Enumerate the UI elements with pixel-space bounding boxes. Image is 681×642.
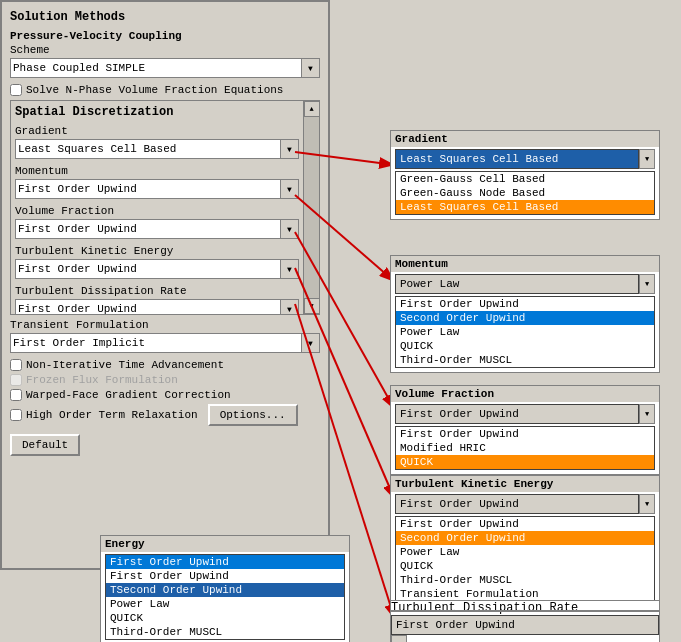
warped-face-row: Warped-Face Gradient Correction (10, 389, 320, 401)
gradient-panel-title: Gradient (391, 131, 659, 147)
momentum-arrow[interactable]: ▼ (281, 179, 299, 199)
volume-fraction-dropdown: First Order Upwind ▼ (15, 219, 299, 239)
turbulent-dr-full-panel: Turbulent Dissipation Rate First Order U… (390, 600, 660, 642)
turbulent-ke-panel-selector: First Order Upwind ▼ (395, 494, 655, 514)
turbulent-ke-dropdown: First Order Upwind ▼ (15, 259, 299, 279)
gradient-panel-selector: Least Squares Cell Based ▼ (395, 149, 655, 169)
list-item[interactable]: QUICK (396, 559, 654, 573)
spatial-scrollbar: ▲ ▼ (303, 101, 319, 314)
turbulent-ke-dropdown-panel: Turbulent Kinetic Energy First Order Upw… (390, 475, 660, 607)
turbulent-ke-selected-value[interactable]: First Order Upwind (395, 494, 639, 514)
list-item[interactable]: Modified HRIC (396, 441, 654, 455)
non-iterative-label: Non-Iterative Time Advancement (26, 359, 224, 371)
list-item-selected[interactable]: QUICK (396, 455, 654, 469)
gradient-panel-arrow[interactable]: ▼ (639, 149, 655, 169)
volume-fraction-panel-title: Volume Fraction (391, 386, 659, 402)
gradient-dropdown-panel: Gradient Least Squares Cell Based ▼ Gree… (390, 130, 660, 220)
volume-fraction-select[interactable]: First Order Upwind (15, 219, 281, 239)
list-item[interactable]: Power Law (106, 597, 344, 611)
volume-fraction-arrow[interactable]: ▼ (281, 219, 299, 239)
volume-fraction-panel-arrow[interactable]: ▼ (639, 404, 655, 424)
turbulent-dr-panel-title: Turbulent Dissipation Rate (391, 601, 659, 615)
scroll-down-btn[interactable]: ▼ (304, 298, 320, 314)
scheme-arrow[interactable]: ▼ (302, 58, 320, 78)
transient-label: Transient Formulation (10, 319, 320, 331)
momentum-panel-selector: Power Law ▼ (395, 274, 655, 294)
list-item[interactable]: Power Law (396, 545, 654, 559)
list-item-t-selected[interactable]: TSecond Order Upwind (106, 583, 344, 597)
scroll-up-btn[interactable]: ▲ (304, 101, 320, 117)
pressure-velocity-label: Pressure-Velocity Coupling (10, 30, 320, 42)
frozen-flux-checkbox[interactable] (10, 374, 22, 386)
energy-panel-title: Energy (101, 536, 349, 552)
frozen-flux-label: Frozen Flux Formulation (26, 374, 178, 386)
spatial-disc-title: Spatial Discretization (15, 105, 315, 119)
default-button[interactable]: Default (10, 434, 80, 456)
solution-methods-panel: Solution Methods Pressure-Velocity Coupl… (0, 0, 330, 570)
scheme-label: Scheme (10, 44, 320, 56)
list-item[interactable]: Green-Gauss Node Based (396, 186, 654, 200)
list-item-selected[interactable]: Least Squares Cell Based (396, 200, 654, 214)
list-item[interactable]: Transient Formulation (396, 587, 654, 601)
high-order-row: High Order Term Relaxation Options... (10, 404, 320, 426)
solve-nphase-checkbox-row: Solve N-Phase Volume Fraction Equations (10, 84, 320, 96)
momentum-selected-value[interactable]: Power Law (395, 274, 639, 294)
turbulent-dr-panel-arrow[interactable]: ▼ (391, 635, 407, 642)
turbulent-dr-arrow[interactable]: ▼ (281, 299, 299, 315)
volume-fraction-selected-value[interactable]: First Order Upwind (395, 404, 639, 424)
turbulent-dr-select[interactable]: First Order Upwind (15, 299, 281, 315)
momentum-label-left: Momentum (15, 165, 299, 177)
frozen-flux-row: Frozen Flux Formulation (10, 374, 320, 386)
transient-dropdown: First Order Implicit ▼ (10, 333, 320, 353)
turbulent-ke-select[interactable]: First Order Upwind (15, 259, 281, 279)
transient-arrow[interactable]: ▼ (302, 333, 320, 353)
list-item[interactable]: Green-Gauss Cell Based (396, 172, 654, 186)
gradient-selected-value[interactable]: Least Squares Cell Based (395, 149, 639, 169)
scheme-select[interactable]: Phase Coupled SIMPLE (10, 58, 302, 78)
options-button[interactable]: Options... (208, 404, 298, 426)
turbulent-dr-selected-value[interactable]: First Order Upwind (391, 615, 659, 635)
list-item[interactable]: First Order Upwind (396, 517, 654, 531)
gradient-list: Green-Gauss Cell Based Green-Gauss Node … (395, 171, 655, 215)
volume-fraction-label-left: Volume Fraction (15, 205, 299, 217)
high-order-label: High Order Term Relaxation (26, 409, 198, 421)
transient-select[interactable]: First Order Implicit (10, 333, 302, 353)
turbulent-dr-dropdown-panel (390, 610, 660, 612)
list-item[interactable]: First Order Upwind (106, 569, 344, 583)
list-item-selected[interactable]: Second Order Upwind (396, 311, 654, 325)
turbulent-ke-label-left: Turbulent Kinetic Energy (15, 245, 299, 257)
turbulent-ke-panel-arrow[interactable]: ▼ (639, 494, 655, 514)
list-item-selected[interactable]: Second Order Upwind (396, 531, 654, 545)
scroll-track[interactable] (304, 117, 320, 298)
turbulent-dr-label-left: Turbulent Dissipation Rate (15, 285, 299, 297)
solve-nphase-checkbox[interactable] (10, 84, 22, 96)
momentum-panel-arrow[interactable]: ▼ (639, 274, 655, 294)
non-iterative-row: Non-Iterative Time Advancement (10, 359, 320, 371)
list-item[interactable]: QUICK (106, 611, 344, 625)
list-item[interactable]: Third-Order MUSCL (396, 353, 654, 367)
turbulent-ke-arrow[interactable]: ▼ (281, 259, 299, 279)
momentum-select[interactable]: First Order Upwind (15, 179, 281, 199)
volume-fraction-dropdown-panel: Volume Fraction First Order Upwind ▼ Fir… (390, 385, 660, 475)
non-iterative-checkbox[interactable] (10, 359, 22, 371)
list-item[interactable]: First Order Upwind (396, 297, 654, 311)
energy-dropdown-panel: Energy First Order Upwind First Order Up… (100, 535, 350, 642)
turbulent-ke-panel-title: Turbulent Kinetic Energy (391, 476, 659, 492)
solve-nphase-label: Solve N-Phase Volume Fraction Equations (26, 84, 283, 96)
warped-face-checkbox[interactable] (10, 389, 22, 401)
list-item[interactable]: Third-Order MUSCL (396, 573, 654, 587)
turbulent-ke-list: First Order Upwind Second Order Upwind P… (395, 516, 655, 602)
list-item-selected[interactable]: First Order Upwind (106, 555, 344, 569)
turbulent-dr-dropdown: First Order Upwind ▼ (15, 299, 299, 315)
high-order-checkbox[interactable] (10, 409, 22, 421)
momentum-list: First Order Upwind Second Order Upwind P… (395, 296, 655, 368)
momentum-dropdown-panel: Momentum Power Law ▼ First Order Upwind … (390, 255, 660, 373)
list-item[interactable]: Third-Order MUSCL (106, 625, 344, 639)
list-item[interactable]: Power Law (396, 325, 654, 339)
turbulent-dr-panel-selector: First Order Upwind ▼ (391, 615, 659, 642)
list-item[interactable]: QUICK (396, 339, 654, 353)
gradient-arrow[interactable]: ▼ (281, 139, 299, 159)
list-item[interactable]: First Order Upwind (396, 427, 654, 441)
warped-face-label: Warped-Face Gradient Correction (26, 389, 231, 401)
gradient-select[interactable]: Least Squares Cell Based (15, 139, 281, 159)
